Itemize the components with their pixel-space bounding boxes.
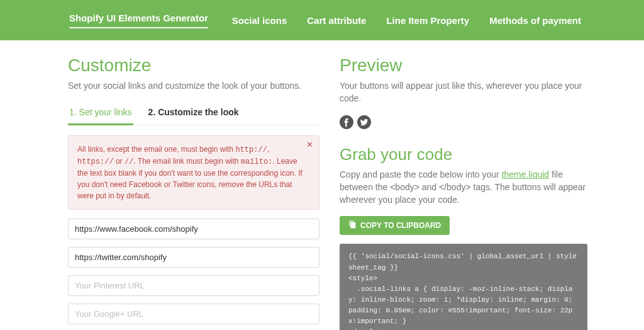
twitter-icon[interactable] xyxy=(357,115,371,131)
close-icon[interactable]: × xyxy=(307,140,313,150)
google-plus-input[interactable] xyxy=(68,304,319,324)
top-nav: Social icons Cart attribute Line Item Pr… xyxy=(232,15,581,26)
pinterest-input[interactable] xyxy=(68,275,319,296)
customize-lead: Set your social links and customize the … xyxy=(68,79,319,92)
facebook-icon[interactable] xyxy=(340,115,353,131)
preview-panel: Preview Your buttons will appear just li… xyxy=(340,55,587,330)
grab-code-lead: Copy and paste the code below into your … xyxy=(340,168,587,207)
preview-lead: Your buttons will appear just like this,… xyxy=(340,79,587,105)
tab-customize-look[interactable]: 2. Customize the look xyxy=(147,102,240,125)
customize-panel: Customize Set your social links and cust… xyxy=(68,55,319,330)
tab-set-links[interactable]: 1. Set your links xyxy=(68,102,133,125)
preview-heading: Preview xyxy=(340,55,587,76)
theme-liquid-link[interactable]: theme.liquid xyxy=(502,169,550,179)
links-alert: × All links, except the email one, must … xyxy=(68,135,319,210)
customize-tabs: 1. Set your links 2. Customize the look xyxy=(68,102,319,125)
copy-button-label: COPY TO CLIPBOARD xyxy=(360,221,441,230)
nav-line-item-property[interactable]: Line Item Property xyxy=(386,15,469,26)
grab-code-heading: Grab your code xyxy=(340,145,587,164)
facebook-input[interactable] xyxy=(68,219,319,239)
generated-code-block[interactable]: {{ 'social/social-icons.css' | global_as… xyxy=(340,244,587,330)
customize-heading: Customize xyxy=(68,55,319,76)
nav-cart-attribute[interactable]: Cart attribute xyxy=(307,15,366,26)
nav-methods-of-payment[interactable]: Methods of payment xyxy=(489,15,581,26)
alert-text: All links, except the email one, must be… xyxy=(77,145,303,200)
twitter-input[interactable] xyxy=(68,247,319,268)
clipboard-icon xyxy=(348,220,357,230)
nav-social-icons[interactable]: Social icons xyxy=(232,15,287,26)
copy-to-clipboard-button[interactable]: COPY TO CLIPBOARD xyxy=(340,216,450,235)
top-navbar: Shopify UI Elements Generator Social ico… xyxy=(0,0,644,40)
brand-title[interactable]: Shopify UI Elements Generator xyxy=(69,13,208,28)
preview-icons xyxy=(340,115,587,131)
